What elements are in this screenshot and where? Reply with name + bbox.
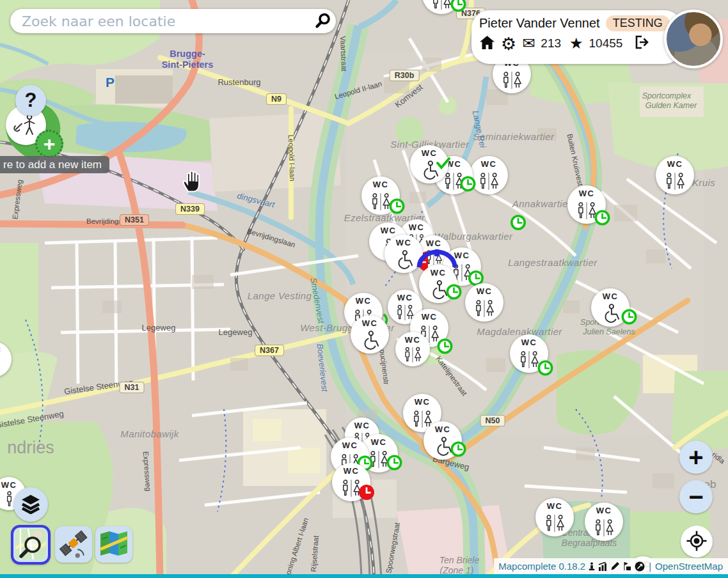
zoom-in-button[interactable]: + <box>679 441 713 474</box>
map-label: Bevrijdingslaan <box>246 227 296 249</box>
opening-hours-clock-icon <box>621 308 638 328</box>
map-label: Gistelse Steenweg <box>0 409 65 430</box>
home-icon <box>479 35 495 52</box>
flag-tower-icon[interactable] <box>622 561 632 571</box>
home-button[interactable] <box>479 35 495 52</box>
wc-label: WC <box>481 160 497 169</box>
wheelchair-toilet-icon <box>358 328 381 354</box>
wc-label: WC <box>435 425 451 434</box>
help-button[interactable]: ? <box>15 85 46 116</box>
map-label: Spoorwegstraat <box>384 522 401 574</box>
mapcomplete-app: Brugge-Sint-PietersRustenburgVaartstraat… <box>0 0 728 578</box>
map-label: Katelijnestraat <box>435 355 469 397</box>
search-input[interactable] <box>10 13 310 29</box>
wc-label: WC <box>603 292 619 301</box>
duo-toilet-icon <box>401 346 424 365</box>
road-ref-badge: N31 <box>120 382 145 393</box>
toilet-marker[interactable]: WC <box>422 0 461 14</box>
toilet-marker[interactable]: WC <box>465 283 503 322</box>
toilet-marker[interactable]: WC <box>395 332 430 366</box>
map-label: Lange Vesting <box>248 290 312 301</box>
toilet-marker[interactable]: WC <box>410 145 448 184</box>
osm-community-icon[interactable] <box>635 561 645 572</box>
map-label: Walburgakwartier <box>434 231 513 242</box>
map-label: Sint-Pieters <box>162 59 214 70</box>
toilet-marker[interactable]: WC <box>510 334 548 373</box>
toilet-marker[interactable]: WC <box>0 341 12 377</box>
toilet-marker[interactable]: WC <box>656 156 694 194</box>
basemap-osm-button[interactable] <box>11 525 51 565</box>
search-icon <box>314 12 332 31</box>
messages-envelope-icon[interactable]: ✉ <box>522 36 535 51</box>
duo-toilet-icon <box>574 198 599 224</box>
toilet-marker[interactable]: WC <box>535 498 574 536</box>
wc-label: WC <box>356 297 372 306</box>
toilet-marker[interactable]: WC <box>419 265 457 303</box>
toilet-marker[interactable]: WC <box>585 503 623 541</box>
wc-label: WC <box>371 438 387 447</box>
duo-toilet-icon <box>662 169 688 194</box>
map-label: Rustenburg <box>218 77 260 87</box>
map-label: Kruis <box>692 177 715 188</box>
add-new-item-button[interactable]: + <box>35 130 63 158</box>
map-label: Manitobawijk <box>120 428 179 439</box>
road-ref-badge: N351 <box>120 214 149 226</box>
map-label: Lange Rei <box>471 109 488 148</box>
duo-toilet-icon <box>516 347 542 373</box>
duo-toilet-icon <box>476 169 502 194</box>
toilet-marker[interactable]: WC <box>567 185 606 224</box>
toilet-marker[interactable]: WC <box>423 421 462 460</box>
road-ref-badge: R30b <box>390 70 420 81</box>
star-icon[interactable]: ★ <box>569 36 583 51</box>
toilet-marker[interactable]: WC <box>351 315 389 354</box>
edit-pencil-icon[interactable] <box>610 561 620 571</box>
wheelchair-toilet-icon <box>418 158 441 184</box>
layers-button[interactable] <box>13 487 48 522</box>
logout-button[interactable] <box>633 35 649 52</box>
wc-label: WC <box>596 506 612 515</box>
toilet-marker[interactable]: WC <box>361 176 400 215</box>
map-label: Sportcomplex <box>642 91 691 100</box>
wc-label: WC <box>422 149 438 158</box>
user-avatar[interactable] <box>664 10 723 68</box>
duo-toilet-icon <box>591 515 617 541</box>
toilet-marker[interactable]: WC <box>470 156 508 194</box>
map-label: Legeweg <box>142 323 176 332</box>
mapcomplete-version-link[interactable]: Mapcomplete 0.18.2 <box>498 561 585 572</box>
star-count[interactable]: 10455 <box>589 36 623 51</box>
wc-label: WC <box>521 338 537 347</box>
wheelchair-toilet-icon <box>427 277 450 303</box>
map-label: Brugge- <box>170 49 205 59</box>
zoom-out-button[interactable]: − <box>679 480 713 513</box>
map-label: Expressweg <box>11 179 24 220</box>
wc-label: WC <box>344 467 360 476</box>
toilet-marker[interactable]: WC <box>384 235 423 273</box>
wheelchair-toilet-icon <box>392 247 415 273</box>
search-button[interactable] <box>310 9 336 33</box>
geolocate-button[interactable] <box>681 526 713 558</box>
map-label: Annakwartier <box>512 198 571 209</box>
folded-map-icon <box>99 530 129 559</box>
single-toilet-icon <box>4 491 15 509</box>
message-count[interactable]: 213 <box>541 36 561 51</box>
toilet-marker[interactable]: WC <box>591 288 629 327</box>
wc-label: WC <box>0 345 1 354</box>
map-label: Seminariekwartier <box>473 131 555 142</box>
wc-label: WC <box>415 398 431 407</box>
openstreetmap-link[interactable]: OpenStreetMap <box>655 561 723 572</box>
statistics-icon[interactable] <box>598 562 608 571</box>
basemap-mapstyle-button[interactable] <box>95 526 132 563</box>
add-item-tooltip: re to add a new item <box>0 156 109 173</box>
duo-toilet-icon <box>366 447 392 473</box>
wc-label: WC <box>373 180 389 189</box>
user-name: Pieter Vander Vennet <box>479 16 600 31</box>
map-label: Julien Saelens <box>583 327 635 336</box>
basemap-satellite-button[interactable] <box>55 526 92 563</box>
wc-label: WC <box>1 481 17 490</box>
settings-gear-icon[interactable]: ⚙ <box>501 35 516 52</box>
toilet-marker[interactable]: WC <box>332 463 370 501</box>
wc-label: WC <box>579 189 595 198</box>
statue-icon[interactable] <box>588 561 596 571</box>
wc-label: WC <box>397 293 413 302</box>
road-ref-badge: N367 <box>255 345 284 356</box>
